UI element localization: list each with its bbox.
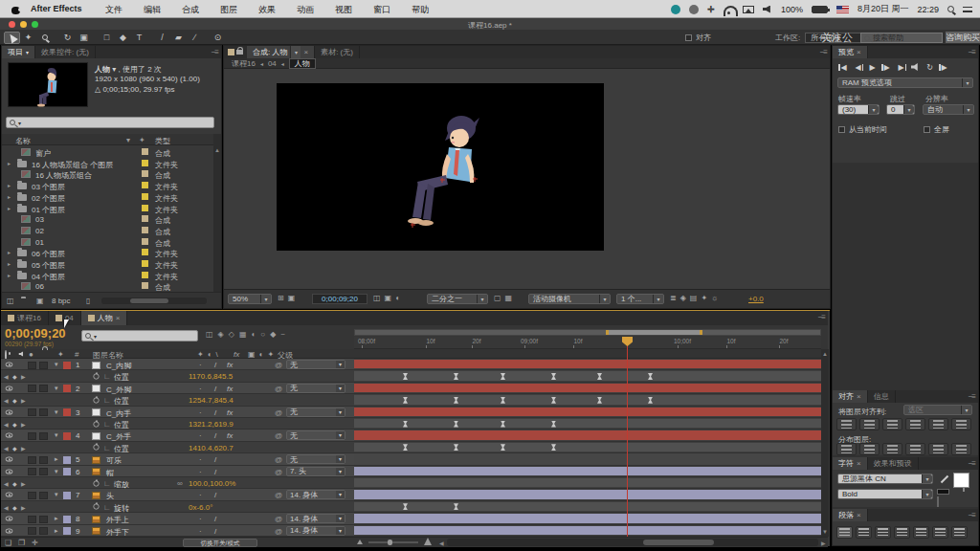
property-value[interactable]: 1254.7,845.4 xyxy=(189,396,234,405)
menu-item-0[interactable]: 文件 xyxy=(105,4,122,16)
layer-row[interactable]: ▾1C_内脚·/fx@无▾ xyxy=(1,359,354,370)
layer-label-chip[interactable] xyxy=(63,432,71,440)
expand-arrow-icon[interactable]: ▸ xyxy=(55,515,58,522)
framerate-select[interactable]: (30)▾ xyxy=(837,104,880,115)
item-name[interactable]: 06 xyxy=(35,282,44,291)
property-row[interactable]: ◀◆▶∟位置1254.7,845.4 xyxy=(1,394,354,406)
scroll-right-icon[interactable]: ▶ xyxy=(821,540,826,546)
layer-label-chip[interactable] xyxy=(63,408,71,416)
project-item[interactable]: ▸02 个图层文件夹 xyxy=(2,191,221,203)
layer-label-chip[interactable] xyxy=(63,468,71,475)
last-frame-icon[interactable]: ▶ xyxy=(894,61,908,73)
lock-box[interactable] xyxy=(39,432,48,440)
breadcrumb-item[interactable]: 04 xyxy=(268,59,277,68)
visibility-eye-icon[interactable] xyxy=(6,362,13,366)
add-keyframe-icon[interactable]: ◆ xyxy=(12,397,17,404)
work-area-start-handle[interactable] xyxy=(606,330,609,335)
selection-tool-icon[interactable] xyxy=(4,32,20,44)
hide-shy-icon[interactable]: ◇ xyxy=(229,330,234,339)
stopwatch-icon[interactable] xyxy=(93,445,99,451)
graph-editor-icon[interactable]: ~ xyxy=(280,330,285,339)
expand-inout-icon[interactable]: ❐ xyxy=(18,539,25,547)
add-keyframe-icon[interactable]: ◆ xyxy=(12,504,17,511)
track-row[interactable] xyxy=(354,418,821,430)
layer-duration-bar[interactable] xyxy=(354,384,821,392)
layer-label-chip[interactable] xyxy=(63,527,71,535)
timeline-tab-2[interactable]: 人物× xyxy=(81,311,128,325)
align-bottom-button[interactable] xyxy=(951,418,971,430)
label-chip[interactable] xyxy=(142,238,148,245)
prev-keyframe-icon[interactable]: ◀ xyxy=(4,504,9,511)
lock-box[interactable] xyxy=(39,408,48,416)
dist-bottom-button[interactable] xyxy=(882,443,902,455)
property-name[interactable]: 位置 xyxy=(114,444,129,454)
expand-arrow-icon[interactable]: ▸ xyxy=(8,182,11,188)
solo-box[interactable] xyxy=(28,468,36,475)
layer-row[interactable]: ▾4C_外手·/fx@无▾ xyxy=(1,430,354,441)
layer-row[interactable]: ▾3C_内手·/fx@无▾ xyxy=(1,407,354,418)
layer-name[interactable]: 可乐 xyxy=(106,455,122,466)
timeline-zoom-slider[interactable] xyxy=(368,541,418,543)
parent-pickwhip-icon[interactable]: @ xyxy=(275,431,282,440)
dist-right-button[interactable] xyxy=(951,443,971,455)
visibility-eye-icon[interactable] xyxy=(6,493,13,497)
layer-label-chip[interactable] xyxy=(63,516,71,523)
property-name[interactable]: 旋转 xyxy=(114,503,129,514)
track-row[interactable] xyxy=(354,359,821,370)
prev-keyframe-icon[interactable]: ◀ xyxy=(4,397,9,404)
collapse-arrow-icon[interactable]: ▾ xyxy=(55,491,58,498)
parent-select[interactable]: 7. 头▾ xyxy=(286,467,345,476)
collapse-arrow-icon[interactable]: ▾ xyxy=(55,468,58,475)
layer-row[interactable]: ▾7头·/@14. 身体▾ xyxy=(1,489,354,500)
airplay-display-icon[interactable] xyxy=(743,6,754,13)
collapse-arrow-icon[interactable]: ▾ xyxy=(55,361,58,368)
expand-arrow-icon[interactable]: ▸ xyxy=(55,455,58,463)
stopwatch-icon[interactable] xyxy=(93,504,99,510)
paragraph-justify-last-right-button[interactable] xyxy=(932,526,948,539)
panel-menu-icon[interactable]: −≡ xyxy=(212,48,218,56)
property-value[interactable]: 1321.2,619.9 xyxy=(189,420,234,429)
layer-name[interactable]: 外手下 xyxy=(106,527,129,537)
effects-switch-icon[interactable]: / xyxy=(214,361,216,369)
lock-box[interactable] xyxy=(39,492,48,499)
prev-keyframe-icon[interactable]: ◀ xyxy=(4,480,9,487)
app-menu-title[interactable]: After Effects xyxy=(31,4,82,13)
track-row[interactable] xyxy=(354,501,821,513)
layer-name[interactable]: C_外脚 xyxy=(106,385,131,395)
magnification-select[interactable]: 50%▾ xyxy=(228,294,272,304)
effects-switch-icon[interactable]: / xyxy=(214,408,216,417)
us-flag-icon[interactable] xyxy=(836,6,849,13)
project-item[interactable]: ▸06 个图层文件夹 xyxy=(2,247,221,258)
next-keyframe-icon[interactable]: ▶ xyxy=(21,421,26,428)
eraser-tool-icon[interactable]: ▰ xyxy=(170,32,187,44)
effects-switch-icon[interactable]: / xyxy=(214,431,216,440)
collapse-arrow-icon[interactable]: ▾ xyxy=(55,408,58,416)
align-to-select[interactable]: 选区▾ xyxy=(903,405,972,415)
visibility-eye-icon[interactable] xyxy=(6,457,13,462)
paragraph-align-center-button[interactable] xyxy=(856,526,872,539)
brainstorm-icon[interactable]: ○ xyxy=(260,330,265,339)
track-row[interactable] xyxy=(354,394,821,406)
comp-frame[interactable] xyxy=(277,83,604,251)
app-dot-teal-icon[interactable] xyxy=(671,5,680,14)
parent-select[interactable]: 无▾ xyxy=(286,384,345,393)
property-name[interactable]: 位置 xyxy=(114,396,129,407)
parent-select[interactable]: 无▾ xyxy=(286,408,345,417)
label-chip[interactable] xyxy=(142,272,148,278)
paragraph-justify-last-left-button[interactable] xyxy=(894,526,910,539)
next-frame-icon[interactable]: ▶ xyxy=(880,61,894,73)
lock-box[interactable] xyxy=(39,385,48,392)
apple-logo-icon[interactable] xyxy=(11,5,20,14)
item-name[interactable]: 03 xyxy=(35,215,44,224)
timeline-hscrollbar[interactable] xyxy=(447,539,818,546)
wifi-icon[interactable] xyxy=(724,6,734,13)
quality-switch-icon[interactable]: · xyxy=(199,527,202,536)
link-scale-icon[interactable]: ∞ xyxy=(177,479,183,488)
prev-keyframe-icon[interactable]: ◀ xyxy=(4,421,9,428)
close-tab-icon[interactable]: × xyxy=(116,314,121,322)
visibility-eye-icon[interactable] xyxy=(6,433,13,438)
menu-item-5[interactable]: 动画 xyxy=(297,4,314,16)
parent-select[interactable]: 14. 身体▾ xyxy=(286,514,345,523)
font-style-select[interactable]: Bold▾ xyxy=(837,489,933,499)
work-area-segment[interactable] xyxy=(606,330,702,335)
